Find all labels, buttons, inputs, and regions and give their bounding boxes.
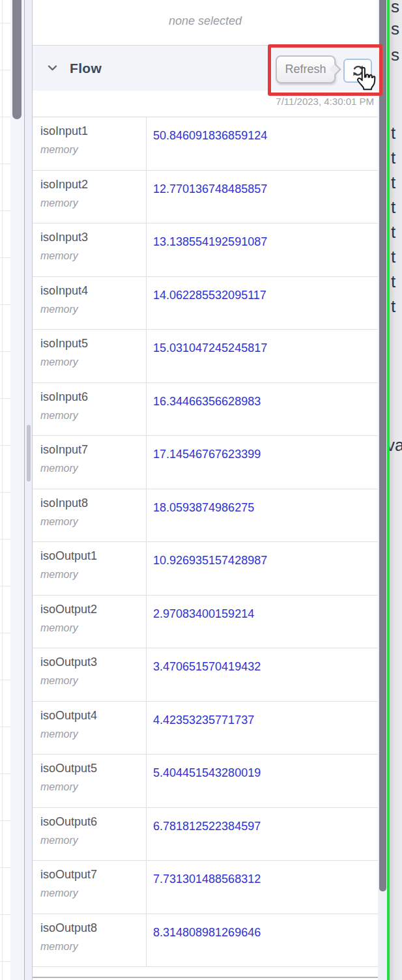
context-value: 12.770136748485857: [153, 182, 373, 196]
context-key-cell: isoInput4 memory: [33, 277, 147, 330]
context-key-cell: isoOutput1 memory: [33, 542, 147, 595]
context-key-cell: isoOutput6 memory: [33, 808, 147, 861]
context-scope: memory: [40, 622, 142, 634]
context-key: isoOutput3: [40, 656, 142, 669]
context-value-cell: 8.314808981269646: [147, 914, 378, 967]
context-value-cell: 4.42353235771737: [147, 702, 378, 755]
clipped-text-fragment: t: [391, 298, 395, 315]
context-key: isoInput3: [40, 231, 142, 244]
context-key: isoOutput6: [40, 815, 142, 829]
context-value: 50.846091836859124: [153, 129, 373, 143]
context-value-cell: 7.731301488568312: [147, 861, 378, 914]
context-value: 13.138554192591087: [153, 235, 373, 249]
clipped-text-fragment: t: [391, 199, 395, 216]
context-value-cell: 18.0593874986275: [147, 489, 378, 542]
sidebar-scrollbar-track[interactable]: [378, 0, 387, 980]
neighbor-panel: sssttttttttva: [390, 0, 402, 980]
context-key: isoOutput4: [40, 709, 142, 723]
context-value: 4.42353235771737: [153, 713, 373, 727]
context-row: isoInput1 memory 50.846091836859124: [33, 117, 378, 171]
context-key: isoInput4: [40, 284, 142, 298]
context-key-cell: isoOutput3 memory: [33, 648, 147, 701]
refresh-button[interactable]: [343, 59, 372, 83]
context-value: 14.062285532095117: [153, 289, 373, 302]
context-value-cell: 14.062285532095117: [147, 277, 378, 330]
context-scope: memory: [40, 463, 142, 474]
context-key: isoOutput2: [40, 603, 142, 616]
refresh-tooltip: Refresh: [276, 55, 336, 83]
context-scope: memory: [40, 728, 142, 740]
context-value: 10.926935157428987: [153, 554, 373, 568]
context-value-cell: 13.138554192591087: [147, 223, 378, 276]
next-section-divider: [33, 977, 378, 978]
context-value: 8.314808981269646: [153, 926, 373, 940]
context-value: 7.731301488568312: [153, 872, 373, 886]
context-key: isoInput2: [40, 178, 142, 192]
context-value-cell: 5.404451543280019: [147, 755, 378, 807]
context-row: isoOutput2 memory 2.97083400159214: [33, 596, 378, 649]
context-key-cell: isoInput6 memory: [33, 383, 147, 436]
context-row: isoInput5 memory 15.031047245245817: [33, 330, 378, 383]
splitter-drag-handle[interactable]: [27, 425, 31, 482]
context-value-cell: 12.770136748485857: [147, 171, 378, 223]
clipped-text-fragment: t: [391, 248, 395, 265]
context-value-cell: 16.34466356628983: [147, 383, 378, 436]
context-key: isoOutput8: [40, 921, 142, 935]
context-scope: memory: [40, 304, 142, 315]
context-scope: memory: [40, 835, 142, 846]
context-key-cell: isoOutput7 memory: [33, 861, 147, 914]
context-value-cell: 15.031047245245817: [147, 330, 378, 382]
clipped-text-fragment: s: [391, 20, 399, 37]
context-sidebar-panel: none selected Flow 7/11/2023, 4:30:01 PM…: [33, 0, 378, 980]
context-value: 18.0593874986275: [153, 501, 373, 515]
context-key-cell: isoOutput2 memory: [33, 596, 147, 648]
context-scope: memory: [40, 516, 142, 528]
clipped-text-fragment: t: [391, 149, 395, 166]
chevron-down-icon[interactable]: [48, 65, 57, 72]
context-table: isoInput1 memory 50.846091836859124 isoI…: [33, 117, 378, 967]
context-value-cell: 2.97083400159214: [147, 596, 378, 648]
context-key-cell: isoOutput4 memory: [33, 702, 147, 755]
context-key: isoOutput1: [40, 549, 142, 563]
context-key-cell: isoInput8 memory: [33, 489, 147, 542]
context-value: 5.404451543280019: [153, 766, 373, 780]
clipped-text-fragment: s: [391, 46, 399, 63]
context-scope: memory: [40, 197, 142, 209]
context-row: isoInput8 memory 18.0593874986275: [33, 489, 378, 543]
context-scope: memory: [40, 250, 142, 262]
refresh-icon: [352, 65, 364, 77]
context-key-cell: isoInput1 memory: [33, 117, 147, 170]
canvas-scrollbar-thumb[interactable]: [12, 0, 22, 119]
context-row: isoInput6 memory 16.34466356628983: [33, 383, 378, 437]
context-scope: memory: [40, 887, 142, 899]
section-title: Flow: [70, 61, 102, 76]
context-row: isoOutput3 memory 3.470651570419432: [33, 648, 378, 702]
context-value-cell: 3.470651570419432: [147, 648, 378, 701]
context-scope: memory: [40, 410, 142, 422]
context-key-cell: isoOutput8 memory: [33, 914, 147, 967]
context-scope: memory: [40, 941, 142, 953]
context-key: isoInput1: [40, 124, 142, 138]
sidebar-scrollbar-thumb[interactable]: [379, 0, 386, 891]
context-scope: memory: [40, 569, 142, 581]
clipped-text-fragment: t: [391, 273, 395, 290]
context-value: 6.781812522384597: [153, 820, 373, 833]
context-row: isoInput3 memory 13.138554192591087: [33, 223, 378, 277]
context-value: 15.031047245245817: [153, 341, 373, 355]
context-scope: memory: [40, 144, 142, 156]
context-row: isoInput4 memory 14.062285532095117: [33, 277, 378, 330]
context-key: isoInput7: [40, 443, 142, 457]
context-key: isoInput8: [40, 497, 142, 510]
context-key-cell: isoInput7 memory: [33, 436, 147, 489]
clipped-text-fragment: t: [391, 124, 395, 141]
refresh-timestamp: 7/11/2023, 4:30:01 PM: [33, 91, 378, 117]
context-row: isoInput2 memory 12.770136748485857: [33, 171, 378, 224]
sidebar-splitter[interactable]: [24, 0, 33, 980]
context-value-cell: 50.846091836859124: [147, 117, 378, 170]
selection-status: none selected: [33, 0, 378, 46]
context-value: 17.14546767623399: [153, 448, 373, 461]
canvas-scrollbar-track[interactable]: [10, 0, 24, 980]
context-value: 16.34466356628983: [153, 395, 373, 409]
context-key-cell: isoInput3 memory: [33, 223, 147, 276]
clipped-text-fragment: t: [391, 223, 395, 240]
